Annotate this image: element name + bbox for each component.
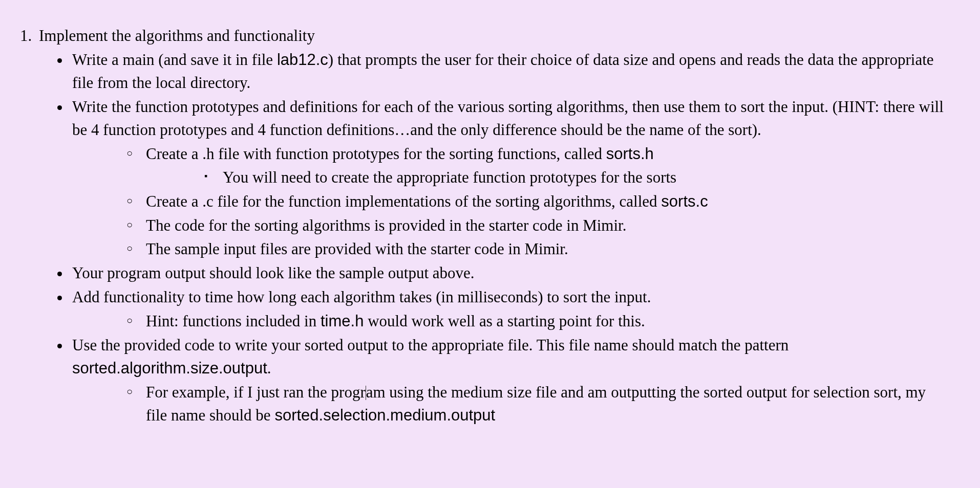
- inline-code: lab12.c: [277, 51, 328, 69]
- list-item: Hint: functions included in time.h would…: [126, 310, 949, 333]
- inline-code: sorts.c: [661, 192, 708, 210]
- bullet-list: Write a main (and save it in file lab12.…: [39, 49, 949, 427]
- inline-code: sorted.selection.medium.output: [274, 406, 495, 424]
- inline-code: sorted.algorithm.size.output: [72, 359, 267, 377]
- sub-list: For example, if I just ran the program u…: [72, 381, 949, 427]
- text: Add functionality to time how long each …: [72, 288, 651, 306]
- inline-code: time.h: [321, 312, 364, 330]
- sub-list: Create a .h file with function prototype…: [72, 143, 949, 261]
- text: Hint: functions included in: [146, 312, 321, 330]
- list-item: You will need to create the appropriate …: [204, 166, 949, 189]
- list-item: The code for the sorting algorithms is p…: [126, 214, 949, 237]
- item-title: Implement the algorithms and functionali…: [39, 27, 315, 45]
- text: Write the function prototypes and defini…: [72, 98, 944, 139]
- list-item: Use the provided code to write your sort…: [70, 334, 949, 427]
- text: Create a .c file for the function implem…: [146, 192, 661, 210]
- text: The code for the sorting algorithms is p…: [146, 216, 626, 234]
- inline-code: sorts.h: [606, 145, 654, 163]
- text: Write a main (and save it in file: [72, 51, 277, 69]
- list-item: Create a .c file for the function implem…: [126, 190, 949, 213]
- text: Create a .h file with function prototype…: [146, 145, 606, 163]
- list-item: Your program output should look like the…: [70, 262, 949, 285]
- list-item: For example, if I just ran the program u…: [126, 381, 949, 427]
- text: For example, if I just ran the progr: [146, 383, 366, 401]
- text: Use the provided code to write your sort…: [72, 336, 789, 354]
- list-item: Create a .h file with function prototype…: [126, 143, 949, 189]
- ordered-list: Implement the algorithms and functionali…: [15, 25, 949, 427]
- text: You will need to create the appropriate …: [223, 168, 676, 186]
- text: Your program output should look like the…: [72, 264, 475, 282]
- text: .: [267, 359, 271, 377]
- sub-list: Hint: functions included in time.h would…: [72, 310, 949, 333]
- sub-sub-list: You will need to create the appropriate …: [146, 166, 949, 189]
- document-page: Implement the algorithms and functionali…: [0, 0, 980, 439]
- list-item: Add functionality to time how long each …: [70, 286, 949, 333]
- text: The sample input files are provided with…: [146, 240, 568, 258]
- list-item: Write the function prototypes and defini…: [70, 96, 949, 261]
- text: would work well as a starting point for …: [364, 312, 645, 330]
- list-item: The sample input files are provided with…: [126, 238, 949, 261]
- list-item: Implement the algorithms and functionali…: [36, 25, 949, 427]
- list-item: Write a main (and save it in file lab12.…: [70, 49, 949, 95]
